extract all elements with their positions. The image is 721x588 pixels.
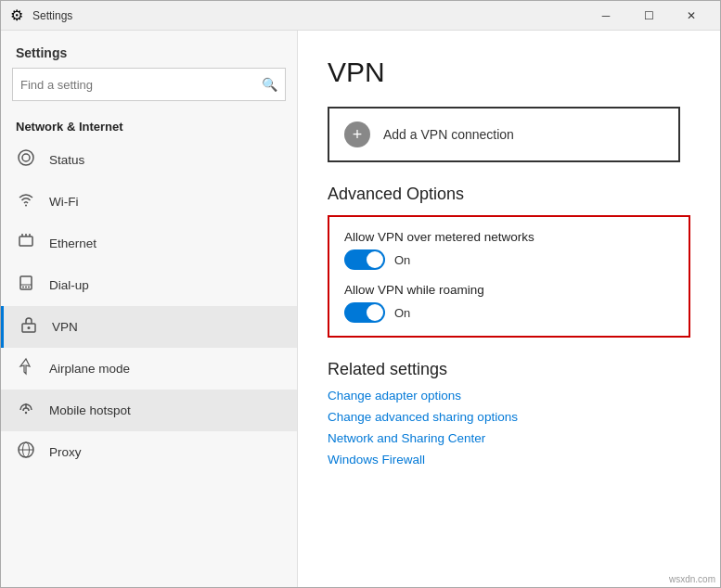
search-icon[interactable]: 🔍 <box>262 77 277 92</box>
sidebar-item-hotspot[interactable]: Mobile hotspot <box>1 390 297 431</box>
sidebar: Settings 🔍 Network & Internet Status <box>1 31 298 587</box>
svg-point-13 <box>28 326 31 329</box>
svg-point-1 <box>22 154 30 161</box>
toggle-metered-label: Allow VPN over metered networks <box>344 230 674 244</box>
toggle-roaming-container: On <box>344 302 674 323</box>
search-box[interactable]: 🔍 <box>12 68 286 101</box>
svg-point-11 <box>28 287 30 288</box>
sidebar-header: Settings <box>1 31 297 68</box>
toggle-roaming-label: Allow VPN while roaming <box>344 283 674 297</box>
section-label: Network & Internet <box>1 112 297 139</box>
toggle-metered-networks-row: Allow VPN over metered networks On <box>344 230 674 270</box>
main-panel: VPN + Add a VPN connection Advanced Opti… <box>298 31 720 587</box>
sidebar-item-label: Mobile hotspot <box>49 403 131 417</box>
toggle-roaming-state: On <box>394 306 410 320</box>
sidebar-item-airplane[interactable]: Airplane mode <box>1 348 297 390</box>
svg-point-14 <box>25 412 27 414</box>
dialup-icon <box>16 274 36 297</box>
sidebar-item-label: Airplane mode <box>49 362 130 376</box>
svg-rect-3 <box>19 236 32 246</box>
maximize-button[interactable]: ☐ <box>627 1 670 31</box>
toggle-metered-switch[interactable] <box>344 249 385 270</box>
sidebar-item-label: Dial-up <box>49 278 89 292</box>
related-link-1[interactable]: Change advanced sharing options <box>328 410 690 424</box>
svg-point-2 <box>25 205 27 207</box>
watermark: wsxdn.com <box>669 574 715 584</box>
toggle-roaming-switch[interactable] <box>344 302 385 323</box>
toggle-metered-state: On <box>394 253 410 267</box>
advanced-options-title: Advanced Options <box>328 185 690 204</box>
search-input[interactable] <box>20 78 262 92</box>
close-button[interactable]: ✕ <box>670 1 713 31</box>
airplane-icon <box>16 357 36 380</box>
sidebar-item-proxy[interactable]: Proxy <box>1 431 297 473</box>
titlebar: ⚙ Settings ─ ☐ ✕ <box>1 1 720 31</box>
add-vpn-label: Add a VPN connection <box>383 127 514 142</box>
sidebar-item-dialup[interactable]: Dial-up <box>1 264 297 306</box>
app-icon: ⚙ <box>8 7 25 24</box>
add-vpn-box[interactable]: + Add a VPN connection <box>328 107 680 162</box>
ethernet-icon <box>16 232 36 255</box>
main-content: Settings 🔍 Network & Internet Status <box>1 31 720 587</box>
sidebar-title: Settings <box>16 45 67 60</box>
page-title: VPN <box>328 57 690 88</box>
status-icon <box>16 148 36 172</box>
window-controls: ─ ☐ ✕ <box>585 1 713 31</box>
vpn-icon <box>19 315 39 339</box>
minimize-button[interactable]: ─ <box>585 1 627 31</box>
sidebar-item-label: Ethernet <box>49 236 97 250</box>
sidebar-item-ethernet[interactable]: Ethernet <box>1 223 297 264</box>
sidebar-item-vpn[interactable]: VPN <box>1 306 297 348</box>
plus-icon: + <box>344 121 370 147</box>
related-link-2[interactable]: Network and Sharing Center <box>328 431 690 445</box>
toggle-roaming-row: Allow VPN while roaming On <box>344 283 674 323</box>
related-link-0[interactable]: Change adapter options <box>328 389 690 403</box>
related-link-3[interactable]: Windows Firewall <box>328 453 690 467</box>
hotspot-icon <box>16 399 36 422</box>
svg-point-9 <box>22 287 24 288</box>
sidebar-item-wifi[interactable]: Wi-Fi <box>1 181 297 223</box>
wifi-icon <box>16 190 36 213</box>
sidebar-item-label: VPN <box>52 320 78 334</box>
proxy-icon <box>16 441 36 464</box>
advanced-options-box: Allow VPN over metered networks On Allow… <box>328 215 690 338</box>
settings-window: ⚙ Settings ─ ☐ ✕ Settings 🔍 Network & In… <box>0 0 721 588</box>
sidebar-item-status[interactable]: Status <box>1 139 297 181</box>
sidebar-item-label: Wi-Fi <box>49 195 78 209</box>
sidebar-item-label: Proxy <box>49 445 82 459</box>
related-settings-title: Related settings <box>328 360 690 379</box>
svg-point-10 <box>25 287 27 288</box>
sidebar-item-label: Status <box>49 153 84 167</box>
svg-point-0 <box>19 150 33 165</box>
toggle-metered-container: On <box>344 249 674 270</box>
window-title: Settings <box>32 9 585 22</box>
